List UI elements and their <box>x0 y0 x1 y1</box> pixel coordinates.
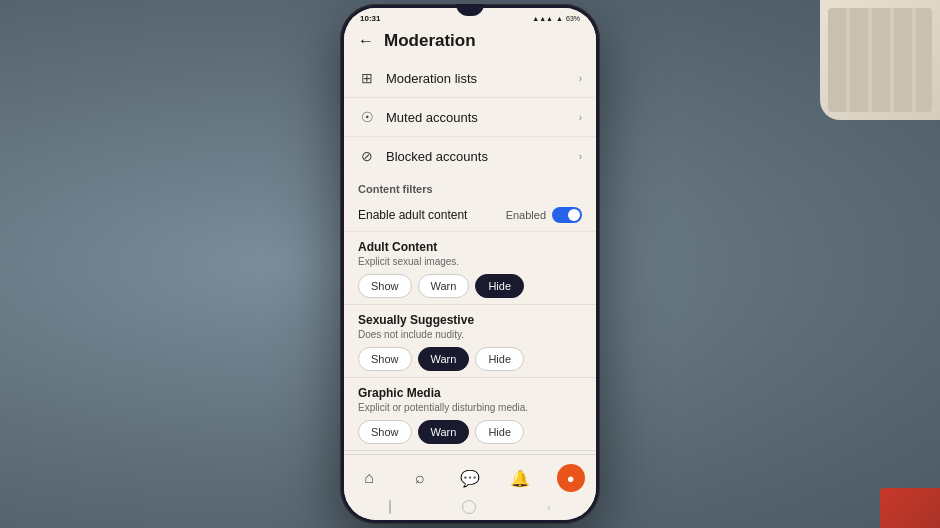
nav-notifications[interactable]: 🔔 <box>502 463 538 493</box>
search-icon: ⌕ <box>415 469 425 487</box>
blocked-accounts-icon: ⊘ <box>358 148 376 164</box>
menu-item-blocked-accounts[interactable]: ⊘ Blocked accounts › <box>344 137 596 175</box>
home-circle <box>462 500 476 514</box>
nav-profile[interactable]: ● <box>553 463 589 493</box>
filter-suggestive-title: Sexually Suggestive <box>358 313 582 327</box>
nav-search[interactable]: ⌕ <box>402 463 438 493</box>
filter-graphic-media: Graphic Media Explicit or potentially di… <box>344 378 596 451</box>
battery-icon: 63% <box>566 15 580 22</box>
phone-screen: 10:31 ▲▲▲ ▲ 63% ← Moderation ⊞ Moderatio… <box>344 8 596 520</box>
home-icon: ⌂ <box>364 469 374 487</box>
keyboard-top-right <box>820 0 940 120</box>
back-gesture-indicator: ‹ <box>547 502 550 513</box>
wifi-icon: ▲ <box>556 15 563 22</box>
page-header: ← Moderation <box>344 25 596 59</box>
profile-icon: ● <box>557 464 585 492</box>
filter-graphic-title: Graphic Media <box>358 386 582 400</box>
filter-adult-buttons: Show Warn Hide <box>358 274 582 298</box>
chevron-icon-0: › <box>579 73 582 84</box>
nav-home[interactable]: ⌂ <box>351 463 387 493</box>
home-indicator: ‹ <box>344 497 596 520</box>
menu-item-muted-accounts[interactable]: ☉ Muted accounts › <box>344 98 596 137</box>
chevron-icon-1: › <box>579 112 582 123</box>
phone-device: 10:31 ▲▲▲ ▲ 63% ← Moderation ⊞ Moderatio… <box>340 4 600 524</box>
moderation-lists-label: Moderation lists <box>386 71 569 86</box>
filter-suggestive-buttons: Show Warn Hide <box>358 347 582 371</box>
content-filters-section-header: Content filters <box>344 175 596 199</box>
menu-list: ⊞ Moderation lists › ☉ Muted accounts › … <box>344 59 596 175</box>
adult-show-button[interactable]: Show <box>358 274 412 298</box>
adult-content-toggle[interactable] <box>552 207 582 223</box>
home-bar-1 <box>389 500 391 514</box>
suggestive-hide-button[interactable]: Hide <box>475 347 524 371</box>
adult-content-toggle-row: Enable adult content Enabled <box>344 199 596 232</box>
back-button[interactable]: ← <box>358 32 374 50</box>
filter-suggestive-desc: Does not include nudity. <box>358 329 582 340</box>
moderation-lists-icon: ⊞ <box>358 70 376 86</box>
suggestive-warn-button[interactable]: Warn <box>418 347 470 371</box>
adult-hide-button[interactable]: Hide <box>475 274 524 298</box>
messages-icon: 💬 <box>460 469 480 488</box>
keyboard-bottom-right <box>880 488 940 528</box>
muted-accounts-label: Muted accounts <box>386 110 569 125</box>
suggestive-show-button[interactable]: Show <box>358 347 412 371</box>
chevron-icon-2: › <box>579 151 582 162</box>
main-content: ⊞ Moderation lists › ☉ Muted accounts › … <box>344 59 596 454</box>
filter-adult-desc: Explicit sexual images. <box>358 256 582 267</box>
adult-warn-button[interactable]: Warn <box>418 274 470 298</box>
nav-messages[interactable]: 💬 <box>452 463 488 493</box>
filter-adult-title: Adult Content <box>358 240 582 254</box>
filter-adult-content: Adult Content Explicit sexual images. Sh… <box>344 232 596 305</box>
graphic-show-button[interactable]: Show <box>358 420 412 444</box>
adult-content-toggle-label: Enable adult content <box>358 208 506 222</box>
signal-icon: ▲▲▲ <box>532 15 553 22</box>
filter-sexually-suggestive: Sexually Suggestive Does not include nud… <box>344 305 596 378</box>
status-icons: ▲▲▲ ▲ 63% <box>532 15 580 22</box>
filter-graphic-desc: Explicit or potentially disturbing media… <box>358 402 582 413</box>
page-title: Moderation <box>384 31 476 51</box>
bottom-nav: ⌂ ⌕ 💬 🔔 ● <box>344 454 596 497</box>
graphic-warn-button[interactable]: Warn <box>418 420 470 444</box>
adult-content-status: Enabled <box>506 209 546 221</box>
graphic-hide-button[interactable]: Hide <box>475 420 524 444</box>
filter-graphic-buttons: Show Warn Hide <box>358 420 582 444</box>
blocked-accounts-label: Blocked accounts <box>386 149 569 164</box>
muted-accounts-icon: ☉ <box>358 109 376 125</box>
menu-item-moderation-lists[interactable]: ⊞ Moderation lists › <box>344 59 596 98</box>
notifications-icon: 🔔 <box>510 469 530 488</box>
status-time: 10:31 <box>360 14 380 23</box>
